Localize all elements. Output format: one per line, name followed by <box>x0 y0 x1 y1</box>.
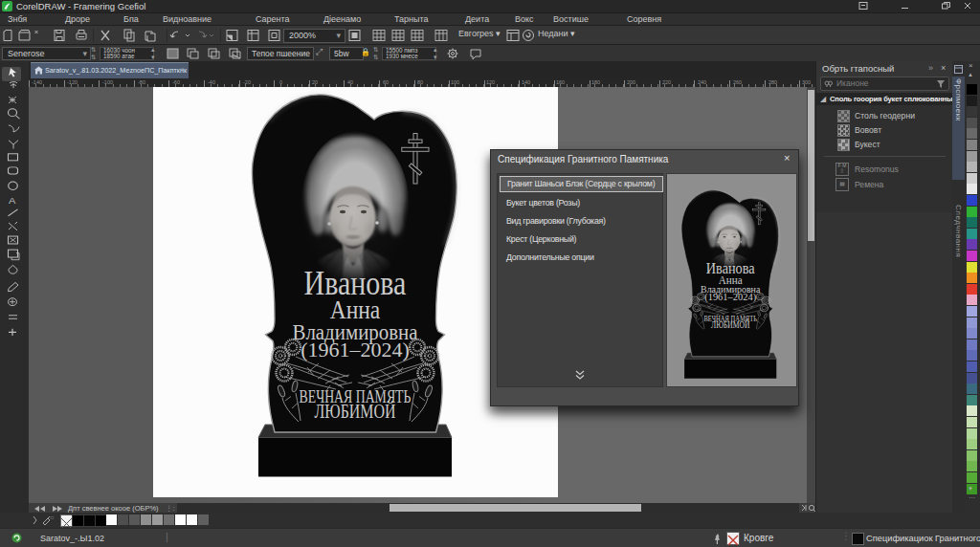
svg-text:A: A <box>9 195 15 205</box>
